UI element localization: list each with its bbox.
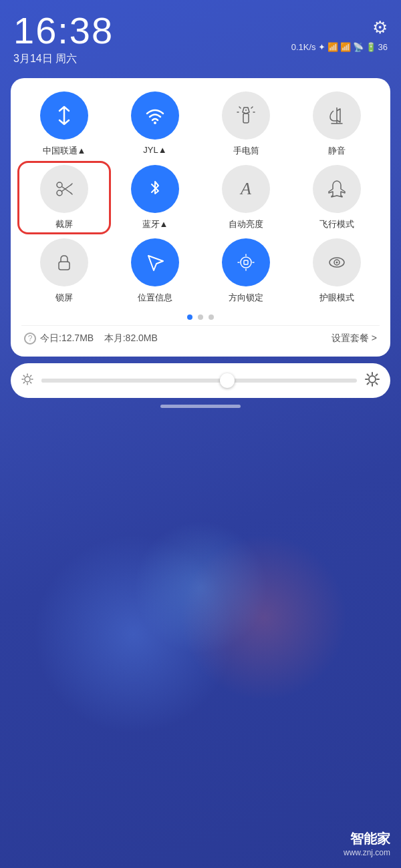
tile-china-unicom[interactable]: 中国联通▲ xyxy=(21,91,107,157)
brightness-fill xyxy=(41,379,231,383)
svg-line-10 xyxy=(62,185,72,192)
svg-line-27 xyxy=(23,382,24,383)
tile-wifi[interactable]: JYL▲ xyxy=(112,91,198,157)
tile-eye-protection[interactable]: 护眼模式 xyxy=(294,238,380,304)
bg-blob-3 xyxy=(134,521,267,654)
tiles-grid: 中国联通▲ JYL▲ xyxy=(21,91,380,304)
tile-circle-wifi xyxy=(131,91,179,140)
status-bar: 16:38 3月14日 周六 ⚙ 0.1K/s ✦ 📶 📶 📡 🔋 36 xyxy=(0,0,401,73)
brightness-low-icon xyxy=(21,373,33,388)
svg-line-12 xyxy=(71,193,72,194)
tile-location[interactable]: 位置信息 xyxy=(112,238,198,304)
tile-lock-screen[interactable]: 锁屏 xyxy=(21,238,107,304)
dot-3 xyxy=(209,314,214,320)
status-right: ⚙ 0.1K/s ✦ 📶 📶 📡 🔋 36 xyxy=(291,12,388,52)
svg-line-9 xyxy=(62,187,72,194)
settings-icon[interactable]: ⚙ xyxy=(372,17,388,38)
svg-line-35 xyxy=(376,374,377,375)
tile-circle-auto-brightness: A xyxy=(222,165,270,213)
svg-point-0 xyxy=(154,122,156,124)
tile-circle-bluetooth xyxy=(131,165,179,213)
tile-circle-flashlight xyxy=(222,91,270,140)
pagination xyxy=(21,314,380,320)
quick-settings-panel: 中国联通▲ JYL▲ xyxy=(11,78,390,357)
battery-level: 36 xyxy=(378,42,388,52)
svg-line-25 xyxy=(30,382,31,383)
brightness-thumb[interactable] xyxy=(220,373,235,388)
svg-line-33 xyxy=(368,374,369,375)
svg-rect-1 xyxy=(243,114,249,123)
tile-circle-eye-protection xyxy=(313,238,361,286)
home-indicator xyxy=(0,405,401,408)
signal-icon-1: 📶 xyxy=(327,42,338,52)
tile-circle-screenshot xyxy=(40,165,88,213)
dot-1 xyxy=(187,314,192,320)
tile-label-airplane: 飞行模式 xyxy=(319,218,354,230)
tile-airplane[interactable]: 飞行模式 xyxy=(294,165,380,230)
svg-line-3 xyxy=(239,107,241,108)
tile-label-wifi: JYL▲ xyxy=(143,145,166,155)
tile-circle-silent xyxy=(313,91,361,140)
date: 3月14日 周六 xyxy=(13,52,114,66)
tile-label-screenshot: 截屏 xyxy=(55,218,73,230)
tile-circle-orientation xyxy=(222,238,270,286)
tile-silent[interactable]: 静音 xyxy=(294,91,380,157)
svg-line-24 xyxy=(23,375,24,376)
tile-label-auto-brightness: 自动亮度 xyxy=(229,218,263,230)
svg-point-8 xyxy=(57,190,62,196)
bluetooth-icon: ✦ xyxy=(318,42,325,52)
month-usage: 本月:82.0MB xyxy=(104,333,158,343)
watermark-url: www.znj.com xyxy=(344,848,390,857)
svg-line-36 xyxy=(368,383,369,384)
status-icons: 0.1K/s ✦ 📶 📶 📡 🔋 36 xyxy=(291,42,388,52)
tile-circle-lock-screen xyxy=(40,238,88,286)
home-bar xyxy=(160,405,241,408)
today-usage: 今日:12.7MB xyxy=(40,333,94,343)
usage-text: 今日:12.7MB 本月:82.0MB xyxy=(40,333,327,345)
svg-line-11 xyxy=(71,184,72,185)
tile-circle-location xyxy=(131,238,179,286)
svg-point-14 xyxy=(241,257,251,268)
tile-circle-airplane xyxy=(313,165,361,213)
dot-2 xyxy=(198,314,203,320)
svg-point-28 xyxy=(369,376,376,383)
watermark-brand: 智能家 xyxy=(344,830,390,848)
tile-label-silent: 静音 xyxy=(328,145,346,157)
tile-circle-china-unicom xyxy=(40,91,88,140)
network-speed: 0.1K/s xyxy=(291,42,316,52)
time-block: 16:38 3月14日 周六 xyxy=(13,12,114,66)
watermark: 智能家 www.znj.com xyxy=(344,830,390,857)
brightness-high-icon xyxy=(365,372,380,390)
signal-icon-2: 📶 xyxy=(340,42,351,52)
settings-link[interactable]: 设置套餐 > xyxy=(331,333,377,345)
tile-label-eye-protection: 护眼模式 xyxy=(319,292,354,304)
svg-line-34 xyxy=(376,383,377,384)
wifi-icon: 📡 xyxy=(353,42,364,52)
tile-label-bluetooth: 蓝牙▲ xyxy=(142,218,168,230)
tile-label-lock-screen: 锁屏 xyxy=(55,292,73,304)
svg-point-7 xyxy=(57,182,62,188)
battery-icon: 🔋 xyxy=(366,42,376,52)
tile-label-flashlight: 手电筒 xyxy=(233,145,259,157)
tile-flashlight[interactable]: 手电筒 xyxy=(203,91,289,157)
tile-screenshot[interactable]: 截屏 xyxy=(21,165,107,230)
svg-point-18 xyxy=(336,262,338,264)
brightness-track[interactable] xyxy=(41,379,357,383)
svg-point-19 xyxy=(25,377,30,382)
tile-label-china-unicom: 中国联通▲ xyxy=(43,145,86,157)
clock: 16:38 xyxy=(13,12,114,49)
svg-rect-13 xyxy=(59,262,70,270)
data-usage: ? 今日:12.7MB 本月:82.0MB 设置套餐 > xyxy=(21,325,380,347)
info-icon: ? xyxy=(24,333,36,345)
svg-rect-15 xyxy=(244,260,248,264)
tile-label-orientation: 方向锁定 xyxy=(229,292,263,304)
tile-bluetooth[interactable]: 蓝牙▲ xyxy=(112,165,198,230)
tile-auto-brightness[interactable]: A 自动亮度 xyxy=(203,165,289,230)
brightness-bar xyxy=(11,363,390,398)
svg-line-26 xyxy=(30,375,31,376)
svg-line-4 xyxy=(251,107,253,108)
tile-orientation[interactable]: 方向锁定 xyxy=(203,238,289,304)
tile-label-location: 位置信息 xyxy=(138,292,172,304)
